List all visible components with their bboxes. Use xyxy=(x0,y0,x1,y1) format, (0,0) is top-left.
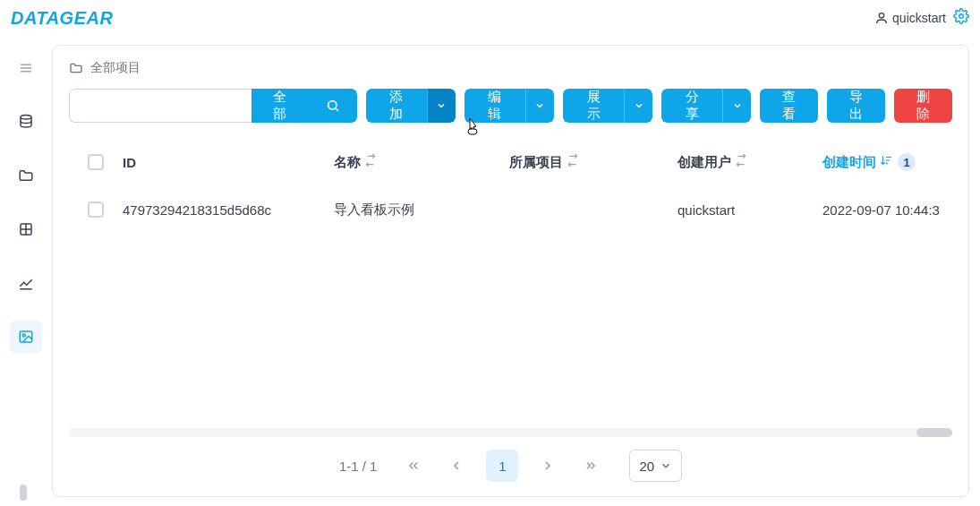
table-header-row: ID 名称 所属项目 创建用户 创建时间1 xyxy=(69,139,952,185)
cell-id: 47973294218315d5d68c xyxy=(123,202,334,218)
pager-prev[interactable] xyxy=(443,452,470,479)
table-row[interactable]: 47973294218315d5d68c 导入看板示例 quickstart 2… xyxy=(69,185,952,234)
show-dropdown[interactable] xyxy=(624,89,652,123)
pager-current[interactable]: 1 xyxy=(486,450,518,482)
settings-button[interactable] xyxy=(953,8,969,28)
sort-desc-icon xyxy=(880,154,892,167)
column-header-name[interactable]: 名称 xyxy=(334,154,509,171)
column-header-user[interactable]: 创建用户 xyxy=(677,154,822,171)
gear-icon xyxy=(953,8,969,24)
svg-point-5 xyxy=(21,116,31,120)
scrollbar-thumb[interactable] xyxy=(916,428,952,437)
svg-point-11 xyxy=(328,101,337,109)
horizontal-scrollbar[interactable] xyxy=(69,428,952,437)
sort-priority-badge: 1 xyxy=(898,153,916,171)
page-size-value: 20 xyxy=(639,459,654,474)
show-button[interactable]: 展示 xyxy=(563,89,624,123)
search-input[interactable] xyxy=(69,89,251,123)
breadcrumb: 全部项目 xyxy=(69,60,952,76)
column-header-project[interactable]: 所属项目 xyxy=(509,154,677,171)
edit-dropdown[interactable] xyxy=(525,89,554,123)
chevron-right-icon xyxy=(541,459,555,473)
user-menu[interactable]: quickstart xyxy=(874,11,946,25)
pager-last[interactable] xyxy=(577,452,604,479)
chevrons-right-icon xyxy=(584,459,598,473)
filter-all-button[interactable]: 全部 xyxy=(251,89,310,123)
svg-point-1 xyxy=(959,14,964,19)
share-button[interactable]: 分享 xyxy=(661,89,722,123)
brand-logo[interactable]: DATAGEAR xyxy=(11,8,113,29)
sidebar xyxy=(0,36,52,506)
sidebar-item-menu[interactable] xyxy=(10,52,42,84)
share-dropdown[interactable] xyxy=(722,89,751,123)
search-icon xyxy=(326,99,340,113)
sort-icon xyxy=(567,154,579,167)
add-button[interactable]: 添加 xyxy=(366,89,427,123)
chevron-down-icon xyxy=(660,459,672,472)
sidebar-item-database[interactable] xyxy=(10,106,42,138)
sidebar-item-dashboard[interactable] xyxy=(10,321,42,353)
folder-icon xyxy=(18,167,34,184)
folder-icon xyxy=(69,61,83,75)
select-all-checkbox[interactable] xyxy=(88,154,104,170)
pager-first[interactable] xyxy=(400,452,427,479)
chart-icon xyxy=(18,275,34,291)
chevron-down-icon xyxy=(436,100,447,111)
sidebar-item-grid[interactable] xyxy=(10,213,42,245)
pagination: 1-1 / 1 1 20 xyxy=(69,444,952,487)
image-icon xyxy=(18,329,34,345)
column-header-time[interactable]: 创建时间1 xyxy=(822,153,952,171)
sidebar-item-chart[interactable] xyxy=(10,267,42,299)
view-button[interactable]: 查看 xyxy=(760,89,818,123)
sort-icon xyxy=(735,154,747,167)
chevron-down-icon xyxy=(534,100,545,111)
grid-icon xyxy=(18,221,34,237)
svg-line-12 xyxy=(336,108,338,111)
page-size-select[interactable]: 20 xyxy=(629,450,682,482)
user-name: quickstart xyxy=(892,11,946,25)
chevron-left-icon xyxy=(449,459,464,473)
column-header-id[interactable]: ID xyxy=(123,155,334,170)
user-icon xyxy=(874,11,889,25)
pager-next[interactable] xyxy=(534,452,561,479)
database-icon xyxy=(18,114,34,130)
sort-icon xyxy=(364,154,377,167)
chevron-down-icon xyxy=(732,100,743,111)
export-button[interactable]: 导出 xyxy=(827,89,885,123)
cell-time: 2022-09-07 10:44:3 xyxy=(822,202,952,218)
edit-button[interactable]: 编辑 xyxy=(464,89,525,123)
row-checkbox[interactable] xyxy=(88,202,104,218)
search-button[interactable] xyxy=(309,89,357,123)
pager-info: 1-1 / 1 xyxy=(339,459,378,474)
svg-point-0 xyxy=(879,13,883,18)
svg-point-10 xyxy=(22,334,25,337)
add-dropdown[interactable] xyxy=(427,89,456,123)
breadcrumb-label: 全部项目 xyxy=(90,60,141,76)
cell-name: 导入看板示例 xyxy=(334,202,509,219)
sidebar-item-folder[interactable] xyxy=(10,159,42,192)
menu-icon xyxy=(18,60,34,76)
chevrons-left-icon xyxy=(406,459,421,473)
sidebar-scrollbar-thumb[interactable] xyxy=(20,485,27,501)
chevron-down-icon xyxy=(634,100,644,111)
delete-button[interactable]: 删除 xyxy=(894,89,952,123)
cell-user: quickstart xyxy=(677,202,822,218)
